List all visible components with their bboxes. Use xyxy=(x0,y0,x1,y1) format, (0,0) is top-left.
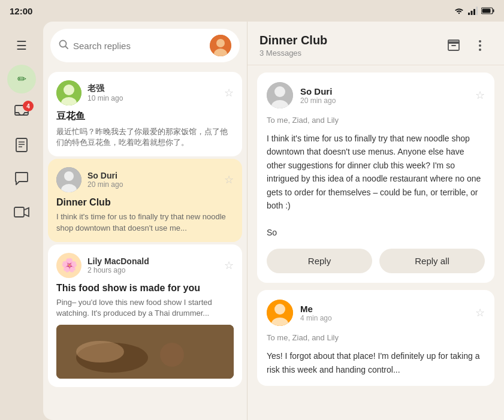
svg-point-28 xyxy=(76,341,124,362)
svg-rect-8 xyxy=(16,138,27,152)
more-options-button[interactable] xyxy=(468,34,492,58)
star-button[interactable]: ☆ xyxy=(224,173,234,186)
msg-image xyxy=(56,325,234,379)
archive-button[interactable] xyxy=(442,34,466,58)
svg-rect-3 xyxy=(476,7,478,15)
email-time: 4 min ago xyxy=(300,314,468,322)
user-avatar[interactable] xyxy=(210,35,231,56)
email-meta: So Duri 20 min ago xyxy=(300,86,468,105)
chat-icon xyxy=(14,172,29,188)
email-thread-panel: Dinner Club 3 Messages xyxy=(247,22,504,420)
card-meta: Lily MacDonald 2 hours ago xyxy=(87,256,218,274)
sender-name: So Duri xyxy=(87,171,218,180)
svg-point-19 xyxy=(64,84,74,95)
message-list: 老强 10 min ago ☆ 豆花鱼 最近忙吗？昨晚我去了你最爱的那家饭馆，点… xyxy=(43,70,247,420)
svg-point-22 xyxy=(64,171,74,181)
svg-point-36 xyxy=(274,86,285,97)
thread-header: Dinner Club 3 Messages xyxy=(248,22,504,65)
status-bar: 12:00 xyxy=(0,0,504,22)
svg-point-27 xyxy=(160,343,184,367)
video-icon xyxy=(14,207,29,220)
svg-point-16 xyxy=(216,39,225,47)
message-card[interactable]: 老强 10 min ago ☆ 豆花鱼 最近忙吗？昨晚我去了你最爱的那家饭馆，点… xyxy=(48,72,242,156)
sidebar-item-video[interactable] xyxy=(7,199,36,228)
msg-preview: Ping– you'd love this new food show I st… xyxy=(56,297,234,319)
reply-all-button[interactable]: Reply all xyxy=(379,249,485,273)
wifi-icon xyxy=(454,7,464,15)
email-actions: Reply Reply all xyxy=(267,249,485,273)
main-content: 老强 10 min ago ☆ 豆花鱼 最近忙吗？昨晚我去了你最爱的那家饭馆，点… xyxy=(43,22,504,420)
email-message: So Duri 20 min ago ☆ To me, Ziad, and Li… xyxy=(257,72,494,283)
search-bar xyxy=(50,29,240,62)
svg-point-39 xyxy=(274,304,285,315)
star-button[interactable]: ☆ xyxy=(224,86,234,99)
signal-icon xyxy=(468,7,478,15)
sender-name: Lily MacDonald xyxy=(87,256,218,266)
hamburger-icon: ☰ xyxy=(16,38,27,53)
sender-avatar xyxy=(56,80,82,105)
svg-line-14 xyxy=(66,47,68,49)
svg-point-34 xyxy=(479,49,481,51)
sender-avatar xyxy=(56,167,82,192)
msg-subject: 豆花鱼 xyxy=(56,110,234,123)
msg-subject: Dinner Club xyxy=(56,197,234,208)
search-input[interactable] xyxy=(73,41,205,51)
email-message: Me 4 min ago ☆ To me, Ziad, and Lily Yes… xyxy=(257,290,494,386)
email-sender-name: So Duri xyxy=(300,86,468,96)
thread-actions xyxy=(442,34,492,58)
sidebar-item-inbox[interactable]: 4 xyxy=(7,98,36,127)
thread-messages: So Duri 20 min ago ☆ To me, Ziad, and Li… xyxy=(248,65,504,420)
message-card[interactable]: So Duri 20 min ago ☆ Dinner Club I think… xyxy=(48,159,242,241)
email-meta: Me 4 min ago xyxy=(300,304,468,322)
svg-point-33 xyxy=(479,44,481,47)
inbox-badge: 4 xyxy=(23,101,34,111)
sender-avatar: 🌸 xyxy=(56,253,82,278)
thread-count: 3 Messages xyxy=(259,49,327,58)
reply-button[interactable]: Reply xyxy=(267,249,372,273)
svg-rect-5 xyxy=(493,10,494,13)
sidebar-item-compose[interactable]: ✏ xyxy=(7,65,36,93)
status-time: 12:00 xyxy=(10,6,32,16)
sidebar-item-chat[interactable] xyxy=(7,165,36,194)
email-recipients: To me, Ziad, and Lily xyxy=(267,116,485,125)
card-meta: So Duri 20 min ago xyxy=(87,171,218,189)
svg-rect-12 xyxy=(14,207,24,217)
msg-preview: 最近忙吗？昨晚我去了你最爱的那家饭馆，点了他们的特色豆花鱼，吃着吃着就想你了。 xyxy=(56,126,234,148)
battery-icon xyxy=(481,7,494,14)
svg-rect-1 xyxy=(471,11,473,15)
card-meta: 老强 10 min ago xyxy=(87,83,218,102)
svg-point-13 xyxy=(60,41,67,47)
email-body: Yes! I forgot about that place! I'm defi… xyxy=(267,349,485,376)
email-recipients: To me, Ziad, and Lily xyxy=(267,333,485,342)
email-body: I think it's time for us to finally try … xyxy=(267,132,485,239)
status-icons xyxy=(454,7,494,15)
msg-time: 10 min ago xyxy=(87,94,218,102)
email-time: 20 min ago xyxy=(300,96,468,105)
email-star-button[interactable]: ☆ xyxy=(475,89,485,102)
notes-icon xyxy=(16,138,28,155)
sidebar: ☰ ✏ 4 xyxy=(0,22,43,420)
msg-time: 20 min ago xyxy=(87,180,218,189)
svg-rect-0 xyxy=(468,13,470,15)
email-sender-avatar xyxy=(267,82,293,108)
thread-title: Dinner Club xyxy=(259,34,327,47)
message-card[interactable]: 🌸 Lily MacDonald 2 hours ago ☆ This food… xyxy=(48,244,242,387)
svg-rect-6 xyxy=(482,9,491,13)
email-sender-name: Me xyxy=(300,304,468,314)
message-list-panel: 老强 10 min ago ☆ 豆花鱼 最近忙吗？昨晚我去了你最爱的那家饭馆，点… xyxy=(43,22,247,420)
search-icon xyxy=(59,40,68,52)
email-star-button[interactable]: ☆ xyxy=(475,306,485,319)
compose-icon: ✏ xyxy=(17,72,26,86)
svg-rect-2 xyxy=(473,9,475,15)
sender-name: 老强 xyxy=(87,83,218,94)
email-sender-avatar xyxy=(267,300,293,326)
star-button[interactable]: ☆ xyxy=(224,259,234,272)
svg-point-32 xyxy=(479,40,481,43)
msg-subject: This food show is made for you xyxy=(56,283,234,294)
msg-time: 2 hours ago xyxy=(87,266,218,274)
sidebar-item-menu[interactable]: ☰ xyxy=(7,31,36,60)
sidebar-item-notes[interactable] xyxy=(7,132,36,161)
msg-preview: I think it's time for us to finally try … xyxy=(56,211,234,233)
